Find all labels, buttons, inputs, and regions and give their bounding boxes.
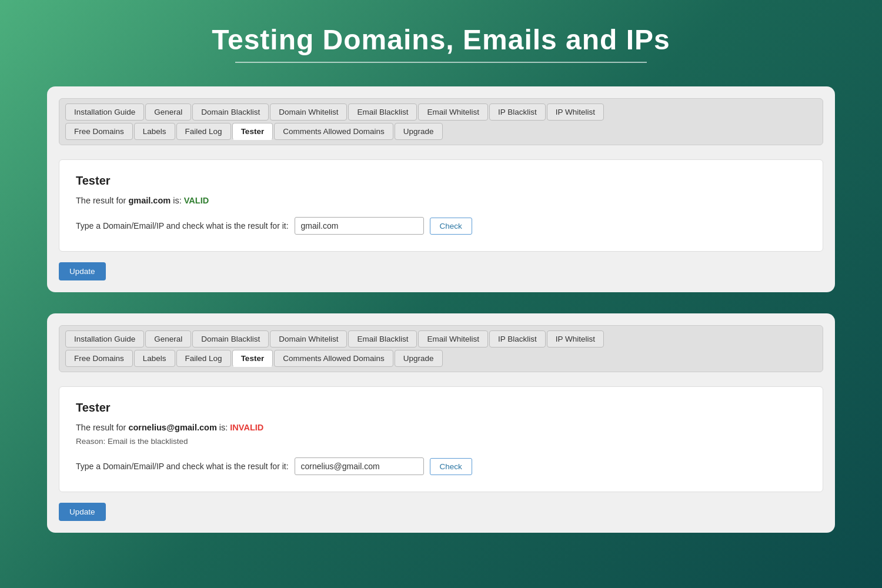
input-label-2: Type a Domain/Email/IP and check what is…: [76, 462, 289, 471]
page-title: Testing Domains, Emails and IPs: [47, 24, 835, 56]
tab-general-1[interactable]: General: [145, 103, 191, 121]
result-middle-2: is:: [217, 423, 230, 432]
domain-email-ip-input-2[interactable]: [295, 457, 424, 475]
content-area-1: Tester The result for gmail.com is: VALI…: [59, 159, 823, 252]
tab-comments-allowed-domains-1[interactable]: Comments Allowed Domains: [274, 123, 393, 140]
tab-free-domains-1[interactable]: Free Domains: [65, 123, 133, 140]
tabs-1: Installation Guide General Domain Blackl…: [59, 98, 823, 145]
page-title-underline: [235, 62, 647, 63]
tab-failed-log-2[interactable]: Failed Log: [176, 350, 231, 367]
tab-free-domains-2[interactable]: Free Domains: [65, 350, 133, 367]
tab-tester-2[interactable]: Tester: [232, 350, 273, 367]
section-title-1: Tester: [76, 174, 806, 188]
tab-general-2[interactable]: General: [145, 330, 191, 348]
result-line-2: The result for cornelius@gmail.com is: I…: [76, 423, 806, 432]
content-area-2: Tester The result for cornelius@gmail.co…: [59, 386, 823, 492]
input-label-1: Type a Domain/Email/IP and check what is…: [76, 221, 289, 230]
update-button-2[interactable]: Update: [59, 503, 106, 521]
input-row-2: Type a Domain/Email/IP and check what is…: [76, 457, 806, 475]
tab-email-blacklist-1[interactable]: Email Blacklist: [348, 103, 417, 121]
result-prefix-1: The result for: [76, 196, 128, 205]
check-button-2[interactable]: Check: [430, 458, 472, 475]
tab-failed-log-1[interactable]: Failed Log: [176, 123, 231, 140]
result-line-1: The result for gmail.com is: VALID: [76, 196, 806, 205]
tabs-2: Installation Guide General Domain Blackl…: [59, 325, 823, 372]
result-middle-1: is:: [171, 196, 184, 205]
tab-ip-whitelist-1[interactable]: IP Whitelist: [547, 103, 604, 121]
domain-email-ip-input-1[interactable]: [295, 217, 424, 235]
tab-upgrade-2[interactable]: Upgrade: [395, 350, 443, 367]
tab-ip-blacklist-2[interactable]: IP Blacklist: [489, 330, 546, 348]
card-1: Installation Guide General Domain Blackl…: [47, 86, 835, 292]
page-title-container: Testing Domains, Emails and IPs: [47, 24, 835, 63]
tab-ip-whitelist-2[interactable]: IP Whitelist: [547, 330, 604, 348]
tab-labels-1[interactable]: Labels: [134, 123, 175, 140]
tab-labels-2[interactable]: Labels: [134, 350, 175, 367]
reason-line-2: Reason: Email is the blacklisted: [76, 437, 806, 446]
result-prefix-2: The result for: [76, 423, 128, 432]
tab-comments-allowed-domains-2[interactable]: Comments Allowed Domains: [274, 350, 393, 367]
tab-domain-blacklist-1[interactable]: Domain Blacklist: [192, 103, 269, 121]
tab-ip-blacklist-1[interactable]: IP Blacklist: [489, 103, 546, 121]
tab-upgrade-1[interactable]: Upgrade: [395, 123, 443, 140]
tab-domain-whitelist-1[interactable]: Domain Whitelist: [270, 103, 347, 121]
input-row-1: Type a Domain/Email/IP and check what is…: [76, 217, 806, 235]
tab-domain-blacklist-2[interactable]: Domain Blacklist: [192, 330, 269, 348]
section-title-2: Tester: [76, 401, 806, 415]
result-status-2: INVALID: [230, 423, 263, 432]
update-button-1[interactable]: Update: [59, 262, 106, 280]
check-button-1[interactable]: Check: [430, 218, 472, 235]
tab-email-blacklist-2[interactable]: Email Blacklist: [348, 330, 417, 348]
result-domain-1: gmail.com: [128, 196, 171, 205]
result-status-1: VALID: [184, 196, 209, 205]
tab-domain-whitelist-2[interactable]: Domain Whitelist: [270, 330, 347, 348]
tab-installation-guide-2[interactable]: Installation Guide: [65, 330, 144, 348]
tab-tester-1[interactable]: Tester: [232, 123, 273, 140]
tab-email-whitelist-1[interactable]: Email Whitelist: [418, 103, 488, 121]
card-2: Installation Guide General Domain Blackl…: [47, 313, 835, 533]
result-domain-2: cornelius@gmail.com: [128, 423, 216, 432]
tab-email-whitelist-2[interactable]: Email Whitelist: [418, 330, 488, 348]
tab-installation-guide-1[interactable]: Installation Guide: [65, 103, 144, 121]
